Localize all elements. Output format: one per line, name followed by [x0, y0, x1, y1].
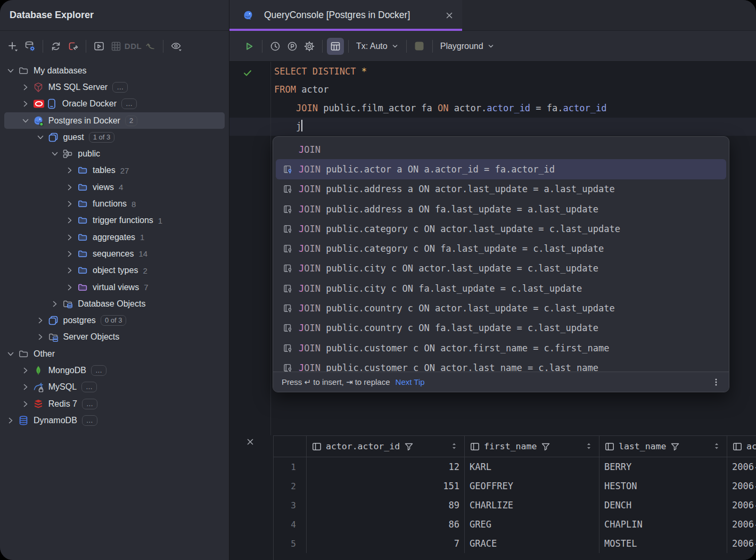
tree-item-public[interactable]: public	[4, 145, 225, 162]
chevron-right-icon[interactable]	[65, 266, 74, 275]
chevron-right-icon[interactable]	[65, 283, 74, 292]
chevron-down-icon[interactable]	[6, 350, 15, 358]
tree-item-server-objects[interactable]: Server Objects	[4, 329, 225, 345]
stop-button[interactable]	[411, 38, 428, 55]
chevron-right-icon[interactable]	[65, 250, 74, 258]
datasource-settings-icon[interactable]	[21, 38, 38, 55]
completion-item[interactable]: JOIN public.actor a ON a.actor_id = fa.a…	[276, 159, 726, 179]
tx-mode-selector[interactable]: Tx: Auto	[353, 42, 402, 51]
chevron-down-icon[interactable]	[6, 67, 15, 75]
table-cell[interactable]: HESTON	[599, 476, 727, 496]
statement-success-icon[interactable]	[243, 68, 252, 80]
table-cell[interactable]: 151	[307, 476, 465, 496]
tree-item-aggregates[interactable]: aggregates1	[4, 229, 225, 245]
ddl-button[interactable]: DDL	[125, 38, 142, 55]
table-cell[interactable]: GEOFFREY	[465, 476, 599, 496]
completion-item[interactable]: JOIN public.address a ON actor.last_upda…	[276, 179, 726, 199]
settings-button[interactable]	[301, 38, 318, 55]
playground-selector[interactable]: Playground	[437, 42, 498, 51]
row-number[interactable]: 3	[274, 496, 307, 515]
chevron-right-icon[interactable]	[6, 416, 15, 425]
tree-item-mysql[interactable]: MySQL…	[4, 379, 225, 396]
add-datasource-icon[interactable]	[4, 38, 21, 55]
table-cell[interactable]: CHAPLIN	[599, 515, 727, 534]
table-view-button[interactable]	[327, 38, 344, 55]
tree-item-functions[interactable]: functions8	[4, 195, 225, 212]
tab-close-icon[interactable]	[445, 11, 454, 20]
tree-item-trigger-functions[interactable]: trigger functions1	[4, 212, 225, 229]
column-header-actor-actor-id[interactable]: actor.actor_id	[307, 436, 465, 457]
chevron-right-icon[interactable]	[21, 100, 30, 108]
completion-item[interactable]: JOIN public.address a ON fa.last_update …	[276, 199, 726, 219]
tree-item-postgres-in-docker[interactable]: Postgres in Docker2	[4, 112, 225, 129]
tree-item-virtual-views[interactable]: virtual views7	[4, 279, 225, 295]
table-cell[interactable]: 2006-	[727, 515, 756, 534]
explain-plan-button[interactable]	[284, 38, 301, 55]
tree-item-guest[interactable]: guest1 of 3	[4, 129, 225, 145]
filter-icon[interactable]	[670, 441, 680, 452]
tree-item-postgres[interactable]: postgres0 of 3	[4, 312, 225, 328]
tree-item-redis-7[interactable]: Redis 7…	[4, 396, 225, 412]
column-header-ac[interactable]: ac	[727, 436, 756, 457]
tree-item-database-objects[interactable]: Database Objects	[4, 295, 225, 312]
table-cell[interactable]: GRACE	[465, 534, 599, 553]
sort-icon[interactable]	[585, 442, 593, 452]
completion-item[interactable]: JOIN public.customer c ON actor.first_na…	[276, 338, 726, 358]
run-button[interactable]	[241, 38, 258, 55]
tree-item-mongodb[interactable]: MongoDB…	[4, 362, 225, 378]
sort-icon[interactable]	[450, 442, 458, 452]
filter-icon[interactable]	[540, 441, 551, 452]
table-cell[interactable]: GREG	[465, 515, 599, 534]
chevron-right-icon[interactable]	[21, 83, 30, 92]
table-cell[interactable]: 86	[307, 515, 465, 534]
tree-item-dynamodb[interactable]: DynamoDB…	[4, 412, 225, 429]
row-number[interactable]: 2	[274, 476, 307, 496]
table-cell[interactable]: DENCH	[599, 496, 727, 515]
chevron-right-icon[interactable]	[65, 200, 74, 208]
chevron-right-icon[interactable]	[51, 300, 59, 308]
completion-item[interactable]: JOIN public.city c ON fa.last_update = c…	[276, 278, 726, 298]
chevron-right-icon[interactable]	[21, 400, 30, 408]
row-number[interactable]: 4	[274, 515, 307, 534]
tree-item-views[interactable]: views4	[4, 179, 225, 195]
tree-item-sequences[interactable]: sequences14	[4, 245, 225, 262]
results-close-icon[interactable]	[246, 438, 254, 448]
column-header-first-name[interactable]: first_name	[465, 436, 599, 457]
completion-item[interactable]: JOIN public.category c ON fa.last_update…	[276, 238, 726, 258]
chevron-down-icon[interactable]	[21, 117, 30, 125]
table-cell[interactable]: 2006-	[727, 457, 756, 476]
tab-queryconsole[interactable]: QueryConsole [Postgres in Docker]	[229, 0, 462, 30]
chevron-right-icon[interactable]	[21, 366, 30, 375]
filter-icon[interactable]	[404, 441, 414, 452]
chevron-down-icon[interactable]	[36, 133, 45, 142]
table-cell[interactable]: 89	[307, 496, 465, 515]
table-cell[interactable]: 2006-	[727, 476, 756, 496]
disconnect-icon[interactable]	[64, 38, 81, 55]
completion-item[interactable]: JOIN	[276, 139, 726, 159]
chevron-right-icon[interactable]	[65, 166, 74, 175]
chevron-right-icon[interactable]	[65, 233, 74, 242]
column-header-last-name[interactable]: last_name	[599, 436, 727, 457]
chevron-right-icon[interactable]	[36, 316, 45, 325]
table-cell[interactable]: 2006-	[727, 496, 756, 515]
table-cell[interactable]: 12	[307, 457, 465, 476]
tree-item-ms-sql-server[interactable]: MS SQL Server…	[4, 79, 225, 95]
table-cell[interactable]: MOSTEL	[599, 534, 727, 553]
chevron-right-icon[interactable]	[65, 183, 74, 192]
table-cell[interactable]: KARL	[465, 457, 599, 476]
preview-icon[interactable]	[168, 38, 185, 55]
tree-item-other[interactable]: Other	[4, 345, 225, 362]
row-number[interactable]: 1	[274, 457, 307, 476]
history-button[interactable]	[267, 38, 284, 55]
jump-to-console-icon[interactable]	[142, 38, 159, 55]
chevron-right-icon[interactable]	[36, 333, 45, 341]
completion-item[interactable]: JOIN public.city c ON actor.last_update …	[276, 259, 726, 278]
tree-item-tables[interactable]: tables27	[4, 162, 225, 179]
completion-item[interactable]: JOIN public.category c ON actor.last_upd…	[276, 219, 726, 238]
refresh-icon[interactable]	[47, 38, 64, 55]
tree-item-oracle-docker[interactable]: Oracle Docker…	[4, 96, 225, 112]
completion-item[interactable]: JOIN public.customer c ON actor.last_nam…	[276, 358, 726, 372]
next-tip-link[interactable]: Next Tip	[396, 377, 425, 386]
sort-icon[interactable]	[713, 442, 720, 452]
more-options-icon[interactable]	[712, 378, 720, 386]
